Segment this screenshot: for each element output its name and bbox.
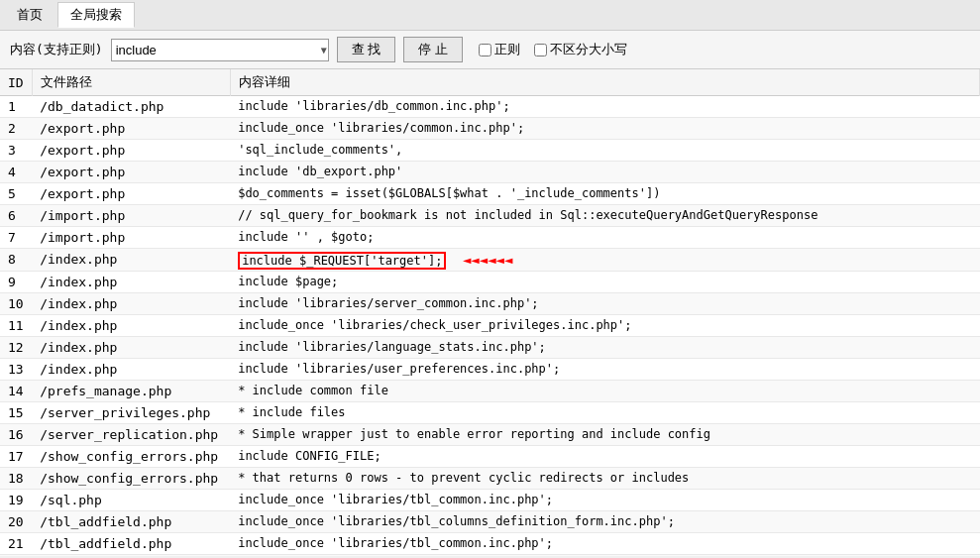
cell-path: /index.php [32, 359, 230, 381]
cell-content: include_once 'libraries/tbl_common.inc.p… [230, 490, 979, 511]
table-row: 21/tbl_addfield.phpinclude_once 'librari… [0, 533, 980, 555]
cell-id: 15 [0, 402, 32, 424]
cell-id: 11 [0, 315, 32, 337]
table-row: 18/show_config_errors.php* that returns … [0, 468, 980, 490]
cell-content: * include files [230, 402, 979, 424]
search-button[interactable]: 查 找 [337, 37, 396, 62]
nocase-label: 不区分大小写 [550, 41, 627, 58]
cell-content: include_once 'sql.php'; [230, 555, 979, 557]
cell-content: include_once 'libraries/common.inc.php'; [230, 118, 979, 140]
tab-bar: 首页 全局搜索 [0, 0, 980, 31]
table-row: 3/export.php'sql_include_comments', [0, 140, 980, 162]
cell-id: 22 [0, 555, 32, 557]
cell-path: /show_config_errors.php [32, 468, 230, 490]
cell-path: /export.php [32, 140, 230, 162]
cell-path: /index.php [32, 272, 230, 293]
cell-content: include 'libraries/db_common.inc.php'; [230, 96, 979, 118]
table-row: 2/export.phpinclude_once 'libraries/comm… [0, 118, 980, 140]
cell-content: $do_comments = isset($GLOBALS[$what . '_… [230, 183, 979, 205]
table-row: 16/server_replication.php* Simple wrappe… [0, 424, 980, 446]
table-row: 11/index.phpinclude_once 'libraries/chec… [0, 315, 980, 337]
cell-id: 18 [0, 468, 32, 490]
table-row: 20/tbl_addfield.phpinclude_once 'librari… [0, 511, 980, 533]
search-label: 内容(支持正则) [10, 41, 103, 58]
cell-content: include '' , $goto; [230, 227, 979, 249]
cell-content: * include common file [230, 381, 979, 402]
cell-path: /server_replication.php [32, 424, 230, 446]
cell-content: // sql_query_for_bookmark is not include… [230, 205, 979, 227]
tab-home[interactable]: 首页 [4, 2, 55, 28]
cell-path: /index.php [32, 249, 230, 272]
cell-id: 19 [0, 490, 32, 511]
cell-path: /server_privileges.php [32, 402, 230, 424]
cell-id: 9 [0, 272, 32, 293]
cell-path: /index.php [32, 315, 230, 337]
col-header-content: 内容详细 [230, 69, 979, 96]
cell-content: include 'db_export.php' [230, 162, 979, 183]
toolbar: 内容(支持正则) ▼ 查 找 停 止 正则 不区分大小写 [0, 31, 980, 69]
cell-id: 1 [0, 96, 32, 118]
cell-id: 13 [0, 359, 32, 381]
cell-content: include $_REQUEST['target']; ◄◄◄◄◄◄ [230, 249, 979, 272]
table-row: 10/index.phpinclude 'libraries/server_co… [0, 293, 980, 315]
regex-checkbox[interactable] [479, 44, 491, 56]
cell-id: 14 [0, 381, 32, 402]
cell-content: include 'libraries/language_stats.inc.ph… [230, 337, 979, 359]
cell-content: * that returns 0 rows - to prevent cycli… [230, 468, 979, 490]
cell-content: * Simple wrapper just to enable error re… [230, 424, 979, 446]
cell-path: /export.php [32, 118, 230, 140]
tab-global-search[interactable]: 全局搜索 [57, 2, 135, 28]
cell-content: include 'libraries/user_preferences.inc.… [230, 359, 979, 381]
cell-content: include_once 'libraries/tbl_common.inc.p… [230, 533, 979, 555]
regex-option[interactable]: 正则 [479, 41, 520, 58]
cell-id: 3 [0, 140, 32, 162]
stop-button[interactable]: 停 止 [403, 37, 463, 62]
options-group: 正则 不区分大小写 [479, 41, 627, 58]
cell-id: 21 [0, 533, 32, 555]
table-row: 5/export.php$do_comments = isset($GLOBAL… [0, 183, 980, 205]
cell-path: /index.php [32, 337, 230, 359]
cell-path: /tbl_addfield.php [32, 511, 230, 533]
table-row: 4/export.phpinclude 'db_export.php' [0, 162, 980, 183]
cell-path: /sql.php [32, 490, 230, 511]
table-row: 7/import.phpinclude '' , $goto; [0, 227, 980, 249]
nocase-checkbox[interactable] [534, 44, 547, 56]
col-header-id: ID [0, 69, 32, 96]
results-table-container: ID 文件路径 内容详细 1/db_datadict.phpinclude 'l… [0, 69, 980, 556]
arrow-annotation-icon: ◄◄◄◄◄◄ [454, 252, 512, 268]
col-header-path: 文件路径 [32, 69, 230, 96]
regex-label: 正则 [494, 41, 520, 58]
highlight-box: include $_REQUEST['target']; [238, 252, 446, 270]
search-input[interactable] [111, 39, 329, 61]
cell-id: 10 [0, 293, 32, 315]
cell-id: 16 [0, 424, 32, 446]
table-row: 12/index.phpinclude 'libraries/language_… [0, 337, 980, 359]
cell-id: 8 [0, 249, 32, 272]
cell-path: /prefs_manage.php [32, 381, 230, 402]
cell-content: include CONFIG_FILE; [230, 446, 979, 468]
cell-id: 4 [0, 162, 32, 183]
table-row: 9/index.phpinclude $page; [0, 272, 980, 293]
table-row: 17/show_config_errors.phpinclude CONFIG_… [0, 446, 980, 468]
cell-path: /index.php [32, 293, 230, 315]
table-row: 8/index.phpinclude $_REQUEST['target']; … [0, 249, 980, 272]
table-header-row: ID 文件路径 内容详细 [0, 69, 980, 96]
cell-id: 5 [0, 183, 32, 205]
cell-path: /show_config_errors.php [32, 446, 230, 468]
nocase-option[interactable]: 不区分大小写 [534, 41, 627, 58]
results-table: ID 文件路径 内容详细 1/db_datadict.phpinclude 'l… [0, 69, 980, 556]
cell-content: include $page; [230, 272, 979, 293]
table-row: 13/index.phpinclude 'libraries/user_pref… [0, 359, 980, 381]
cell-path: /tbl_addfield.php [32, 533, 230, 555]
table-row: 19/sql.phpinclude_once 'libraries/tbl_co… [0, 490, 980, 511]
table-row: 6/import.php// sql_query_for_bookmark is… [0, 205, 980, 227]
cell-id: 2 [0, 118, 32, 140]
table-body: 1/db_datadict.phpinclude 'libraries/db_c… [0, 96, 980, 557]
cell-path: /db_datadict.php [32, 96, 230, 118]
cell-id: 17 [0, 446, 32, 468]
cell-path: /export.php [32, 183, 230, 205]
cell-path: /tbl_indexes.php [32, 555, 230, 557]
cell-id: 6 [0, 205, 32, 227]
search-input-wrap: ▼ [111, 39, 329, 61]
table-row: 1/db_datadict.phpinclude 'libraries/db_c… [0, 96, 980, 118]
